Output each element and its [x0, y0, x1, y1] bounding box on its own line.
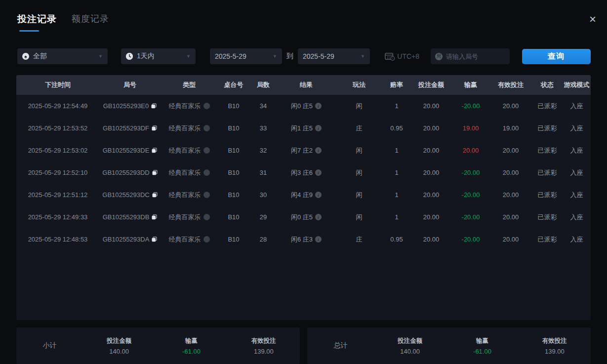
- cell-bet-time: 2025-05-29 12:48:53: [16, 236, 99, 243]
- cell-table-no: B10: [218, 124, 249, 132]
- tab-bet-records-label: 投注记录: [17, 13, 57, 26]
- cell-mode: 入座: [563, 102, 591, 111]
- cell-round: 31: [249, 169, 277, 176]
- timezone-indicator: UTC+8: [385, 52, 419, 61]
- subtotal-win-loss: 输赢 -61.00: [155, 337, 227, 355]
- col-header-game-id: 局号: [99, 81, 161, 89]
- copy-icon[interactable]: [152, 214, 157, 220]
- cell-valid: 20.00: [489, 102, 532, 110]
- info-icon[interactable]: i: [315, 214, 322, 220]
- total-panel: 总计 投注金额 140.00 输赢 -61.00 有效投注 139.00: [307, 327, 591, 364]
- cell-result: 闲0 庄5 i: [277, 213, 335, 222]
- cell-bet-time: 2025-05-29 12:52:10: [16, 169, 99, 176]
- info-icon[interactable]: i: [315, 103, 322, 109]
- cell-win-loss: -20.00: [452, 236, 489, 243]
- copy-icon[interactable]: [152, 125, 157, 131]
- cell-round: 29: [249, 213, 277, 221]
- col-header-play: 玩法: [335, 81, 383, 89]
- cell-game-id: GB10255293DF: [99, 124, 161, 132]
- chevron-down-icon: ▼: [273, 54, 277, 59]
- date-from-dropdown[interactable]: 2025-5-29 ▼: [210, 48, 282, 64]
- table-row: 2025-05-29 12:48:53 GB10255293DA 经典百家乐 B…: [16, 228, 591, 250]
- subtotal-bet-amount: 投注金额 140.00: [83, 337, 155, 355]
- cell-table-no: B10: [218, 213, 249, 221]
- cell-mode: 入座: [563, 146, 591, 155]
- video-icon[interactable]: [203, 192, 210, 198]
- video-icon[interactable]: [203, 214, 210, 220]
- table-body: 2025-05-29 12:54:49 GB10255293E0 经典百家乐 B…: [16, 95, 591, 250]
- col-header-status: 状态: [532, 81, 563, 89]
- copy-icon[interactable]: [152, 237, 157, 242]
- cell-table-no: B10: [218, 102, 249, 110]
- cell-bet: 20.00: [410, 236, 452, 243]
- video-icon[interactable]: [203, 103, 210, 109]
- cell-bet: 20.00: [410, 169, 452, 176]
- cell-round: 33: [249, 124, 277, 132]
- cell-game-id: GB10255293E0: [99, 102, 161, 110]
- copy-icon[interactable]: [151, 103, 157, 109]
- query-button[interactable]: 查询: [522, 49, 591, 64]
- time-range-value: 1天内: [137, 52, 155, 61]
- info-icon[interactable]: i: [315, 169, 322, 176]
- copy-icon[interactable]: [152, 148, 157, 153]
- close-icon[interactable]: ×: [589, 13, 596, 25]
- cell-odds: 1: [383, 169, 410, 176]
- table-row: 2025-05-29 12:51:12 GB10255293DC 经典百家乐 B…: [16, 184, 591, 206]
- cell-table-no: B10: [218, 169, 249, 176]
- tab-bar: 投注记录 额度记录: [17, 13, 109, 32]
- cell-game-id: GB10255293DC: [99, 191, 161, 199]
- cell-status: 已派彩: [532, 191, 563, 200]
- table-row: 2025-05-29 12:53:52 GB10255293DF 经典百家乐 B…: [16, 117, 591, 139]
- info-icon[interactable]: i: [315, 192, 322, 198]
- video-icon[interactable]: [203, 147, 210, 154]
- cell-odds: 1: [383, 191, 410, 199]
- cell-bet-time: 2025-05-29 12:53:02: [16, 147, 99, 154]
- game-type-dropdown[interactable]: ♠ 全部 ▼: [17, 48, 108, 64]
- cell-status: 已派彩: [532, 124, 563, 133]
- date-to-dropdown[interactable]: 2025-5-29 ▼: [298, 48, 370, 64]
- info-icon[interactable]: i: [315, 236, 322, 243]
- info-icon[interactable]: i: [315, 125, 322, 131]
- col-header-bet-time: 下注时间: [16, 81, 99, 89]
- cell-result: 闲1 庄5 i: [277, 124, 335, 133]
- cell-mode: 入座: [563, 235, 591, 244]
- video-icon[interactable]: [203, 236, 210, 243]
- tab-bet-records[interactable]: 投注记录: [17, 13, 57, 32]
- timezone-label: UTC+8: [397, 52, 419, 60]
- cell-bet-time: 2025-05-29 12:51:12: [16, 191, 99, 199]
- cell-win-loss: 20.00: [452, 147, 489, 154]
- copy-icon[interactable]: [152, 192, 158, 198]
- cell-mode: 入座: [563, 168, 591, 177]
- cell-win-loss: -20.00: [452, 102, 489, 110]
- tab-quota-records[interactable]: 额度记录: [72, 13, 109, 25]
- cell-type: 经典百家乐: [161, 102, 218, 111]
- cell-bet: 20.00: [410, 213, 452, 221]
- chevron-down-icon: ▼: [361, 54, 365, 59]
- info-icon[interactable]: i: [315, 147, 322, 154]
- time-range-dropdown[interactable]: 1天内 ▼: [121, 48, 196, 64]
- copy-icon[interactable]: [152, 170, 158, 175]
- filter-bar: ♠ 全部 ▼ 1天内 ▼ 2025-5-29 ▼ 到 2025-5-29 ▼ U…: [0, 48, 607, 64]
- total-bet-amount: 投注金额 140.00: [374, 337, 446, 355]
- col-header-win-loss: 输赢: [452, 81, 489, 89]
- cell-mode: 入座: [563, 191, 591, 200]
- cell-table-no: B10: [218, 191, 249, 199]
- tab-quota-records-label: 额度记录: [72, 13, 109, 25]
- cell-play: 闲: [335, 168, 383, 177]
- cell-win-loss: -20.00: [452, 169, 489, 176]
- total-label: 总计: [307, 341, 374, 350]
- video-icon[interactable]: [203, 169, 210, 176]
- cell-type: 经典百家乐: [161, 146, 218, 155]
- cell-type: 经典百家乐: [161, 168, 218, 177]
- date-from-value: 2025-5-29: [215, 52, 246, 60]
- cell-game-id: GB10255293DD: [99, 169, 161, 176]
- cell-bet: 20.00: [410, 124, 452, 132]
- round-search-input[interactable]: [446, 53, 505, 60]
- cell-game-id: GB10255293DB: [99, 213, 161, 221]
- cell-type: 经典百家乐: [161, 235, 218, 244]
- cell-result: 闲6 庄3 i: [277, 235, 335, 244]
- col-header-bet-amount: 投注金额: [410, 81, 452, 89]
- cell-valid: 20.00: [489, 213, 532, 221]
- video-icon[interactable]: [203, 125, 210, 131]
- calendar-clock-icon: [385, 52, 395, 61]
